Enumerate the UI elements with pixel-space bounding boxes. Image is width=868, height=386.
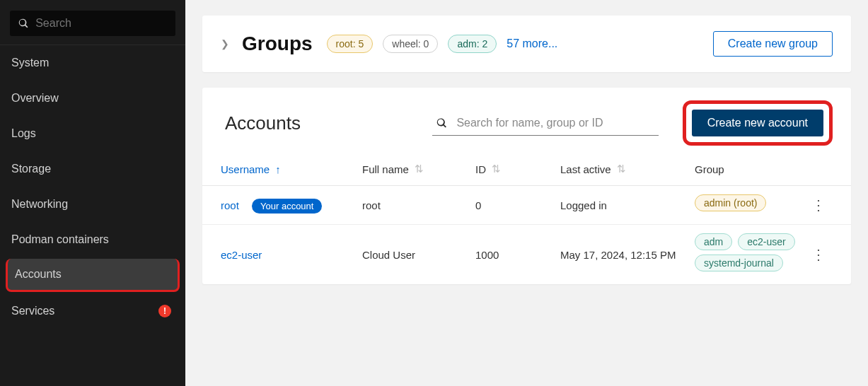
groups-card: ❯ Groups root: 5 wheel: 0 adm: 2 57 more… bbox=[202, 16, 851, 72]
row-actions-menu[interactable]: ⋮ bbox=[804, 197, 833, 214]
create-account-highlight: Create new account bbox=[683, 100, 833, 146]
search-icon bbox=[436, 117, 447, 129]
search-icon bbox=[18, 18, 28, 29]
accounts-header: Accounts Create new account bbox=[202, 88, 851, 154]
cell-last-active: May 17, 2024, 12:15 PM bbox=[560, 249, 695, 261]
column-last-active[interactable]: Last active ⇅ bbox=[560, 163, 695, 175]
group-chip[interactable]: admin (root) bbox=[695, 194, 766, 211]
column-group: Group bbox=[695, 163, 804, 175]
create-group-button[interactable]: Create new group bbox=[713, 31, 833, 57]
sidebar-search[interactable] bbox=[10, 11, 175, 36]
group-chip[interactable]: systemd-journal bbox=[695, 255, 783, 271]
cell-username: root Your account bbox=[221, 199, 362, 211]
cell-fullname: root bbox=[362, 199, 475, 211]
table-row: ec2-user Cloud User 1000 May 17, 2024, 1… bbox=[202, 225, 851, 284]
column-label: Full name bbox=[362, 163, 409, 175]
warning-icon: ! bbox=[158, 305, 171, 317]
accounts-title: Accounts bbox=[225, 112, 301, 134]
row-actions-menu[interactable]: ⋮ bbox=[804, 246, 833, 263]
group-chip[interactable]: root: 5 bbox=[327, 35, 374, 53]
chevron-right-icon[interactable]: ❯ bbox=[221, 38, 229, 49]
column-label: Last active bbox=[560, 163, 611, 175]
table-row: root Your account root 0 Logged in admin… bbox=[202, 186, 851, 225]
cell-id: 1000 bbox=[475, 249, 560, 261]
sidebar-item-services[interactable]: Services ! bbox=[0, 293, 185, 329]
sort-icon: ⇅ bbox=[415, 163, 424, 175]
sidebar-item-overview[interactable]: Overview bbox=[0, 81, 185, 116]
sort-asc-icon: ↑ bbox=[275, 163, 281, 175]
accounts-card: Accounts Create new account Username ↑ F… bbox=[202, 88, 851, 284]
username-link[interactable]: ec2-user bbox=[221, 249, 262, 261]
sidebar-item-logs[interactable]: Logs bbox=[0, 116, 185, 151]
accounts-search[interactable] bbox=[432, 111, 659, 136]
cell-groups: adm ec2-user systemd-journal bbox=[695, 233, 804, 276]
sidebar-item-system[interactable]: System bbox=[0, 45, 185, 81]
accounts-search-input[interactable] bbox=[453, 114, 654, 132]
sort-icon: ⇅ bbox=[492, 163, 501, 175]
column-label: ID bbox=[475, 163, 486, 175]
create-account-button[interactable]: Create new account bbox=[692, 110, 823, 136]
cell-fullname: Cloud User bbox=[362, 249, 475, 261]
column-id[interactable]: ID ⇅ bbox=[475, 163, 560, 175]
sidebar-item-label: Services bbox=[11, 305, 54, 317]
groups-more-link[interactable]: 57 more... bbox=[507, 37, 557, 50]
sidebar-item-networking[interactable]: Networking bbox=[0, 187, 185, 222]
cell-id: 0 bbox=[475, 199, 560, 211]
sidebar-search-input[interactable] bbox=[35, 17, 167, 30]
cell-username: ec2-user bbox=[221, 249, 362, 261]
column-label: Username bbox=[221, 163, 270, 175]
column-fullname[interactable]: Full name ⇅ bbox=[362, 163, 475, 175]
group-chip[interactable]: adm: 2 bbox=[448, 35, 497, 53]
group-chip[interactable]: wheel: 0 bbox=[383, 35, 438, 53]
your-account-badge: Your account bbox=[252, 199, 322, 214]
groups-title: Groups bbox=[242, 33, 313, 55]
cell-last-active: Logged in bbox=[560, 199, 695, 211]
group-chip[interactable]: ec2-user bbox=[738, 233, 794, 250]
main-content: ❯ Groups root: 5 wheel: 0 adm: 2 57 more… bbox=[185, 0, 868, 386]
sidebar-item-accounts[interactable]: Accounts bbox=[6, 259, 180, 292]
sidebar-item-storage[interactable]: Storage bbox=[0, 151, 185, 187]
username-link[interactable]: root bbox=[221, 199, 239, 211]
cell-groups: admin (root) bbox=[695, 194, 804, 216]
table-header: Username ↑ Full name ⇅ ID ⇅ Last active … bbox=[202, 154, 851, 186]
sidebar-item-podman[interactable]: Podman containers bbox=[0, 222, 185, 257]
sort-icon: ⇅ bbox=[617, 163, 626, 175]
group-chip[interactable]: adm bbox=[695, 233, 732, 250]
column-username[interactable]: Username ↑ bbox=[221, 163, 362, 175]
accounts-table: Username ↑ Full name ⇅ ID ⇅ Last active … bbox=[202, 154, 851, 284]
sidebar: System Overview Logs Storage Networking … bbox=[0, 0, 185, 386]
